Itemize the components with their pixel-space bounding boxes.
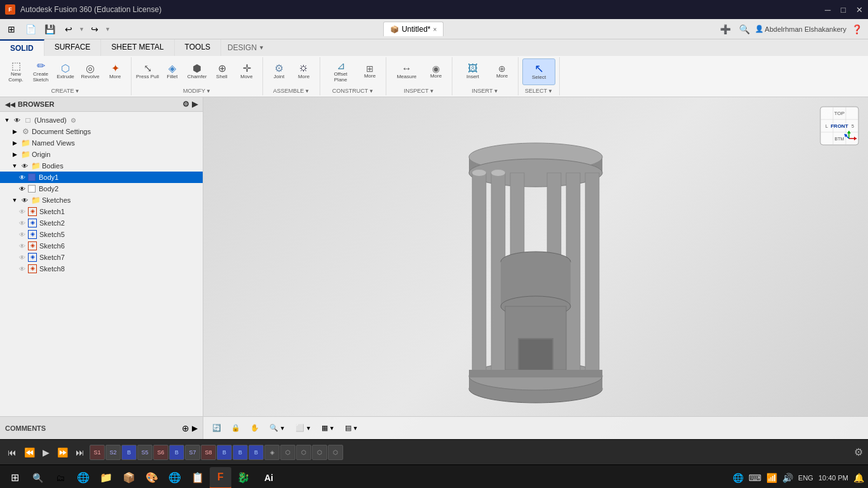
tree-item-body2[interactable]: 👁 Body2: [0, 183, 203, 194]
create-more[interactable]: ✦ More: [103, 58, 127, 85]
tree-item-named-views[interactable]: ▶ 📁 Named Views: [0, 137, 203, 149]
tl-frame-extra3[interactable]: ⬡: [296, 445, 311, 460]
tab-untitled[interactable]: 📦 Untitled* ×: [383, 22, 444, 36]
tab-sheet-metal[interactable]: SHEET METAL: [101, 39, 174, 56]
tl-frame-b2[interactable]: B: [169, 445, 184, 460]
modify-fillet[interactable]: ◈ Fillet: [160, 58, 184, 85]
close-button[interactable]: ✕: [856, 5, 863, 15]
inspect-more[interactable]: ◉ More: [424, 58, 448, 85]
grid-button[interactable]: ⊞: [3, 20, 20, 38]
tl-frame-b4[interactable]: B: [233, 445, 248, 460]
modify-move[interactable]: ✛ Move: [234, 58, 259, 85]
viewport[interactable]: TOP FRONT 5 L BTM 🔄 🔒 ✋ 🔍▼ ⬜▼ ▦▼ ▤▼: [203, 97, 868, 439]
select-tool[interactable]: ↖ Select: [522, 58, 555, 85]
help-search-button[interactable]: 🔍: [736, 20, 754, 38]
create-sketch[interactable]: ✏ Create Sketch: [29, 58, 53, 85]
taskbar-edge[interactable]: 🌐: [72, 467, 94, 489]
taskbar-fusion[interactable]: F: [210, 467, 231, 489]
taskbar-explorer[interactable]: 📋: [187, 467, 208, 489]
tree-item-bodies[interactable]: ▼ 👁 📁 Bodies: [0, 160, 203, 172]
expand-icon[interactable]: ▶: [10, 127, 19, 136]
taskbar-dragon[interactable]: 🐉: [233, 467, 254, 489]
browser-settings-icon[interactable]: ⚙: [182, 100, 189, 109]
assemble-more[interactable]: ⛭ More: [292, 58, 316, 85]
timeline-end-button[interactable]: ⏭: [73, 446, 87, 459]
modify-press-pull[interactable]: ⤡ Press Pull: [135, 58, 159, 85]
tab-solid[interactable]: SOLID: [0, 39, 44, 56]
visibility-icon[interactable]: 👁: [13, 116, 22, 125]
inspect-measure[interactable]: ↔ Measure: [390, 58, 423, 85]
modify-chamfer[interactable]: ⬢ Chamfer: [185, 58, 209, 85]
tl-frame-b3[interactable]: B: [217, 445, 232, 460]
taskbar-start[interactable]: ⊞: [4, 467, 25, 489]
network-icon[interactable]: 🌐: [733, 473, 743, 483]
taskbar-taskview[interactable]: 🗂: [50, 467, 71, 489]
tl-frame-s1[interactable]: S1: [90, 445, 105, 460]
assemble-joint[interactable]: ⚙ Joint: [267, 58, 291, 85]
timeline-start-button[interactable]: ⏮: [5, 446, 19, 459]
taskbar-ai[interactable]: Ai: [258, 467, 280, 489]
expand-icon[interactable]: ▼: [10, 196, 19, 205]
tree-item-sketch5[interactable]: 👁 ◈ Sketch5: [0, 229, 203, 240]
new-button[interactable]: 📄: [22, 20, 39, 38]
help-button[interactable]: ❓: [848, 20, 865, 38]
save-button[interactable]: 💾: [41, 20, 58, 38]
new-tab-button[interactable]: ➕: [717, 20, 735, 38]
taskbar-photos[interactable]: 🎨: [141, 467, 163, 489]
timeline-settings-icon[interactable]: ⚙: [854, 446, 863, 458]
taskbar-files[interactable]: 📁: [95, 467, 117, 489]
tree-item-sketch6[interactable]: 👁 ◈ Sketch6: [0, 240, 203, 252]
tl-frame-s5[interactable]: S5: [137, 445, 153, 460]
tab-tools[interactable]: TOOLS: [175, 39, 221, 56]
tree-item-sketch1[interactable]: 👁 ◈ Sketch1: [0, 206, 203, 217]
keyboard-icon[interactable]: ⌨: [749, 473, 761, 483]
tree-item-sketch8[interactable]: 👁 ◈ Sketch8: [0, 263, 203, 274]
taskbar-search[interactable]: 🔍: [27, 467, 48, 489]
tab-close-button[interactable]: ×: [433, 26, 437, 33]
wifi-icon[interactable]: 📶: [766, 473, 777, 483]
visibility-icon[interactable]: 👁: [18, 184, 27, 193]
timeline-next-button[interactable]: ⏩: [55, 446, 71, 459]
tree-item-sketch2[interactable]: 👁 ◈ Sketch2: [0, 217, 203, 229]
visibility-icon[interactable]: 👁: [18, 207, 27, 216]
tl-frame-extra4[interactable]: ⬡: [312, 445, 327, 460]
taskbar-chrome[interactable]: 🌐: [164, 467, 186, 489]
visibility-icon[interactable]: 👁: [18, 241, 27, 250]
tree-item-sketch7[interactable]: 👁 ◈ Sketch7: [0, 252, 203, 263]
visibility-icon[interactable]: 👁: [18, 264, 27, 273]
zoom-button[interactable]: 🔍▼: [266, 422, 289, 434]
comments-collapse-button[interactable]: ▶: [192, 423, 198, 433]
grid-button[interactable]: ▦▼: [318, 422, 339, 434]
visibility-icon[interactable]: 👁: [20, 196, 29, 205]
pan-button[interactable]: ✋: [247, 422, 263, 434]
volume-icon[interactable]: 🔊: [782, 473, 793, 483]
tree-item-sketches[interactable]: ▼ 👁 📁 Sketches: [0, 194, 203, 206]
create-new-component[interactable]: ⬚ New Comp.: [4, 58, 28, 85]
orbit-button[interactable]: 🔄: [208, 422, 225, 434]
expand-icon[interactable]: ▼: [10, 161, 19, 170]
construct-more[interactable]: ⊞ More: [358, 58, 382, 85]
timeline-play-button[interactable]: ▶: [40, 446, 52, 459]
tl-frame-b5[interactable]: B: [248, 445, 264, 460]
visibility-icon[interactable]: 👁: [18, 230, 27, 239]
view-options-button[interactable]: ▤▼: [341, 422, 362, 434]
display-mode-button[interactable]: ⬜▼: [292, 422, 315, 434]
tab-surface[interactable]: SURFACE: [44, 39, 102, 56]
create-extrude[interactable]: ⬡ Extrude: [53, 58, 78, 85]
insert-more[interactable]: ⊕ More: [490, 58, 514, 85]
visibility-icon[interactable]: 👁: [18, 219, 27, 227]
taskbar-store[interactable]: 📦: [118, 467, 140, 489]
tl-frame-extra2[interactable]: ⬡: [280, 445, 295, 460]
expand-icon[interactable]: ▼: [3, 116, 11, 125]
modify-shell[interactable]: ⊕ Shell: [210, 58, 234, 85]
root-settings-icon[interactable]: ⚙: [71, 117, 76, 124]
timeline-prev-button[interactable]: ⏪: [22, 446, 37, 459]
tree-item-root[interactable]: ▼ 👁 □ (Unsaved) ⚙: [0, 114, 203, 126]
browser-collapse-right-icon[interactable]: ▶: [192, 100, 198, 109]
notification-icon[interactable]: 🔔: [853, 473, 864, 483]
tl-frame-s8[interactable]: S8: [201, 445, 216, 460]
tl-frame-s6[interactable]: S6: [153, 445, 168, 460]
tl-frame-s2[interactable]: S2: [105, 445, 121, 460]
tree-item-body1[interactable]: 👁 Body1: [0, 172, 203, 183]
insert-tool[interactable]: 🖼 Insert: [456, 58, 489, 85]
